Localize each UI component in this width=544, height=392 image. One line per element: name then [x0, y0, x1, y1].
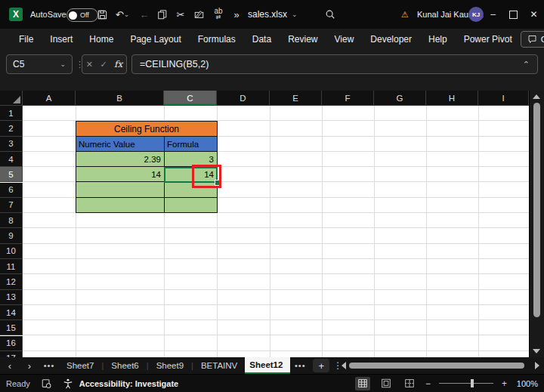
column-header-A[interactable]: A — [23, 91, 76, 106]
tab-formulas[interactable]: Formulas — [190, 29, 244, 50]
column-header-C[interactable]: C — [164, 91, 217, 106]
sheet-nav-left-button[interactable]: ‹ — [0, 360, 20, 372]
scroll-down-icon[interactable] — [533, 349, 540, 353]
row-header-16[interactable]: 16 — [0, 336, 23, 351]
table-title-cell[interactable]: Ceiling Function — [76, 121, 218, 137]
tab-review[interactable]: Review — [280, 29, 326, 50]
autosave-state: Off — [80, 11, 89, 19]
row-header-3[interactable]: 3 — [0, 137, 23, 152]
save-button[interactable] — [94, 0, 110, 29]
name-box[interactable]: C5 ⌄ — [6, 54, 73, 74]
undo-button[interactable]: ↶⌄ — [112, 0, 133, 29]
tab-page-layout[interactable]: Page Layout — [122, 29, 189, 50]
row-header-13[interactable]: 13 — [0, 290, 23, 305]
zoom-out-button[interactable]: − — [425, 378, 431, 389]
tab-insert[interactable]: Insert — [42, 29, 81, 50]
row-header-12[interactable]: 12 — [0, 274, 23, 289]
redo-button[interactable]: ← — [136, 0, 153, 29]
horizontal-scroll-track[interactable] — [349, 363, 532, 369]
row-header-9[interactable]: 9 — [0, 228, 23, 243]
column-header-E[interactable]: E — [270, 91, 322, 106]
row-header-7[interactable]: 7 — [0, 198, 23, 213]
table-header-numeric-value[interactable]: Numeric Value — [76, 136, 165, 152]
cell-B5[interactable]: 14 — [76, 166, 165, 182]
row-header-2[interactable]: 2 — [0, 121, 23, 136]
vertical-scrollbar[interactable] — [529, 91, 544, 357]
tab-power-pivot[interactable]: Power Pivot — [456, 29, 521, 50]
row-header-15[interactable]: 15 — [0, 320, 23, 335]
page-layout-view-button[interactable] — [379, 377, 394, 390]
sheet-tab-active[interactable]: Sheet12 — [245, 357, 290, 374]
cancel-button[interactable]: ✕ — [86, 60, 93, 69]
zoom-level[interactable]: 100% — [515, 379, 538, 388]
column-header-D[interactable]: D — [217, 91, 270, 106]
row-header-11[interactable]: 11 — [0, 259, 23, 274]
table-header-formula[interactable]: Formula — [164, 136, 218, 152]
tab-view[interactable]: View — [326, 29, 363, 50]
row-header-14[interactable]: 14 — [0, 305, 23, 320]
sheet-tabs-overflow-button[interactable]: ••• — [290, 361, 310, 370]
column-header-I[interactable]: I — [478, 91, 529, 106]
row-header-5[interactable]: 5 — [0, 167, 23, 182]
cell-C7[interactable] — [164, 197, 218, 213]
tab-developer[interactable]: Developer — [362, 29, 420, 50]
column-header-G[interactable]: G — [374, 91, 426, 106]
comments-button[interactable]: Comments — [521, 31, 544, 48]
zoom-slider[interactable] — [439, 383, 493, 384]
insert-function-button[interactable]: fx — [114, 59, 122, 69]
row-header-8[interactable]: 8 — [0, 213, 23, 228]
zoom-in-button[interactable]: + — [502, 378, 507, 389]
cut-button[interactable]: ✂ — [172, 0, 189, 29]
close-button[interactable]: ✕ — [524, 0, 544, 29]
file-name-menu[interactable]: sales.xlsx ⌄ — [248, 0, 298, 29]
record-macro-icon[interactable] — [41, 378, 52, 389]
page-break-preview-button[interactable] — [402, 377, 417, 390]
minimize-button[interactable]: – — [483, 0, 503, 29]
sheet-tab-sheet6[interactable]: Sheet6 — [104, 357, 146, 374]
tab-data[interactable]: Data — [244, 29, 280, 50]
scroll-right-icon[interactable] — [535, 362, 539, 369]
enter-button[interactable]: ✓ — [100, 60, 107, 69]
accessibility-icon[interactable] — [63, 378, 73, 389]
add-sheet-button[interactable]: + — [313, 359, 329, 372]
find-replace-button[interactable]: ab ⇄ — [210, 0, 227, 29]
formula-input[interactable]: =CEILING(B5,2) ⌃ — [131, 54, 538, 74]
sheet-tab-sheet7[interactable]: Sheet7 — [59, 357, 101, 374]
horizontal-scroll-thumb[interactable] — [349, 363, 524, 369]
row-header-4[interactable]: 4 — [0, 152, 23, 167]
select-all-button[interactable] — [0, 91, 23, 106]
column-header-B[interactable]: B — [76, 91, 164, 106]
gridline — [322, 106, 323, 357]
collapse-formula-bar-icon[interactable]: ⌃ — [523, 60, 530, 69]
row-header-6[interactable]: 6 — [0, 183, 23, 198]
row-header-17[interactable]: 17 — [0, 351, 23, 357]
column-header-H[interactable]: H — [426, 91, 478, 106]
sheet-nav-right-button[interactable]: › — [20, 360, 39, 372]
format-painter-button[interactable] — [190, 0, 207, 29]
normal-view-button[interactable] — [355, 377, 370, 390]
scroll-up-icon[interactable] — [533, 94, 540, 99]
cell-B7[interactable] — [76, 197, 165, 213]
sheet-tab-sheet9[interactable]: Sheet9 — [149, 357, 191, 374]
column-header-F[interactable]: F — [322, 91, 374, 106]
cell-B4[interactable]: 2.39 — [76, 151, 165, 167]
search-button[interactable] — [322, 0, 338, 29]
horizontal-scrollbar[interactable] — [342, 362, 539, 369]
maximize-button[interactable] — [503, 0, 524, 29]
accessibility-status[interactable]: Accessibility: Investigate — [79, 379, 178, 388]
zoom-slider-thumb[interactable] — [471, 379, 474, 387]
sheet-list-button[interactable]: ••• — [39, 361, 59, 370]
tab-home[interactable]: Home — [81, 29, 122, 50]
tab-file[interactable]: File — [11, 29, 42, 50]
copy-button[interactable] — [154, 0, 171, 29]
vertical-scroll-thumb[interactable] — [533, 103, 540, 317]
quick-access-overflow-button[interactable]: » — [228, 0, 245, 29]
row-header-10[interactable]: 10 — [0, 244, 23, 259]
cell-B6[interactable] — [76, 181, 165, 198]
scroll-left-icon[interactable] — [342, 362, 346, 369]
user-avatar[interactable]: KJ — [468, 7, 484, 22]
sheet-tab-betainv[interactable]: BETAINV — [193, 357, 245, 374]
row-header-1[interactable]: 1 — [0, 106, 23, 121]
tab-help[interactable]: Help — [420, 29, 456, 50]
warning-icon[interactable]: ⚠ — [401, 0, 409, 29]
